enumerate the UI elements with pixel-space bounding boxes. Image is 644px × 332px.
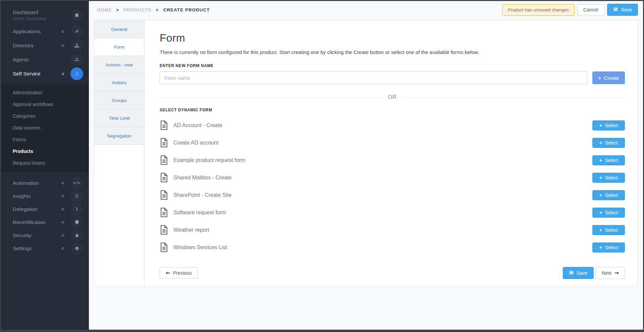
save-button-bottom[interactable]: Save — [563, 267, 594, 279]
sidebar-item-label: Agents — [13, 57, 70, 63]
page-description: There is currently no form configured fo… — [160, 49, 625, 55]
level-down-icon-button[interactable] — [70, 203, 83, 216]
lightbulb-icon — [74, 193, 79, 199]
form-list-item: Weather report +Select — [160, 223, 625, 237]
form-name: Shared Mailbox - Create — [173, 175, 231, 181]
plus-icon: + — [599, 227, 602, 232]
sidebar-item-security[interactable]: Security < — [1, 229, 89, 242]
sidebar-item-request-history[interactable]: Request history — [1, 157, 89, 169]
chevron-down-icon: ∨ — [61, 71, 64, 76]
select-button-label: Select — [605, 158, 618, 163]
sidebar-item-agents[interactable]: Agents — [1, 53, 89, 67]
sidebar-item-settings[interactable]: Settings < — [1, 242, 89, 255]
sitemap-icon — [74, 43, 79, 48]
gear-icon — [74, 246, 79, 251]
plus-icon: + — [599, 158, 602, 163]
sidebar-item-applications[interactable]: Applications < — [1, 24, 89, 39]
plus-icon: + — [599, 175, 602, 180]
previous-button[interactable]: ← Previous — [160, 267, 198, 279]
previous-button-label: Previous — [173, 270, 192, 276]
select-button[interactable]: +Select — [592, 208, 625, 218]
select-button[interactable]: +Select — [592, 225, 625, 235]
tab-actions[interactable]: Actions — [94, 74, 144, 92]
breadcrumb-separator-icon: > — [156, 7, 159, 12]
sidebar-item-label: Applications — [13, 29, 61, 35]
home-icon-button[interactable] — [70, 9, 83, 21]
hand-pointer-icon-button[interactable]: ☝ — [70, 67, 83, 80]
select-button[interactable]: +Select — [592, 120, 625, 130]
next-button[interactable]: Next → — [596, 267, 625, 279]
breadcrumb-separator-icon: > — [116, 7, 119, 12]
wizard-footer: ← Previous Save Next → — [160, 267, 625, 279]
plus-icon: + — [599, 245, 602, 250]
tab-groups[interactable]: Groups — [94, 92, 144, 109]
sidebar-item-dashboard[interactable]: Dashboard Admin Dashboard — [1, 6, 89, 24]
dynamic-form-list: AD Account - Create +Select Create AD ac… — [160, 115, 625, 255]
code-icon-button[interactable]: </> — [70, 177, 83, 189]
create-button[interactable]: + Create — [592, 71, 625, 84]
form-name: SharePoint - Create Site — [173, 192, 231, 198]
select-button[interactable]: +Select — [592, 155, 625, 165]
document-icon — [160, 225, 168, 235]
shield-icon — [74, 220, 79, 225]
lock-icon-button[interactable] — [70, 229, 83, 242]
form-list-item: Software request form +Select — [160, 205, 625, 220]
sidebar-item-recertification[interactable]: Recertification < — [1, 216, 89, 229]
sidebar-item-directory[interactable]: Directory < — [1, 39, 89, 53]
sidebar-item-approval-workflows[interactable]: Approval workflows — [1, 99, 89, 110]
sidebar-item-categories[interactable]: Categories — [1, 110, 89, 122]
sidebar-item-products[interactable]: Products — [1, 146, 89, 157]
breadcrumb: HOME > PRODUCTS > CREATE PRODUCT — [97, 7, 210, 12]
sidebar-item-self-service[interactable]: Self Service ∨ ☝ — [1, 67, 89, 81]
form-name: Windows Services List — [173, 244, 227, 251]
chevron-left-icon: < — [61, 43, 64, 48]
select-button[interactable]: +Select — [592, 173, 625, 183]
form-name: Create AD account — [173, 140, 218, 146]
sidebar-item-forms[interactable]: Forms — [1, 134, 89, 146]
arrow-right-icon: → — [614, 270, 619, 276]
sidebar-item-automation[interactable]: Automation < </> — [1, 176, 89, 189]
tab-general[interactable]: General — [94, 20, 144, 38]
cancel-button[interactable]: Cancel — [577, 4, 604, 15]
sidebar-item-data-sources[interactable]: Data sources — [1, 122, 89, 134]
tab-time-limit[interactable]: Time Limit — [94, 109, 144, 127]
sidebar-item-sublabel: Admin Dashboard — [13, 16, 70, 21]
unsaved-changes-badge: Product has unsaved changes — [502, 4, 575, 16]
rocket-icon-button[interactable] — [70, 25, 83, 38]
sidebar-item-insights[interactable]: Insights < — [1, 189, 89, 203]
rocket-icon — [74, 29, 79, 34]
topbar: HOME > PRODUCTS > CREATE PRODUCT Product… — [94, 1, 638, 18]
tab-form[interactable]: Form — [94, 38, 144, 56]
document-icon — [160, 173, 168, 182]
breadcrumb-home[interactable]: HOME — [97, 7, 112, 12]
document-icon — [160, 138, 168, 148]
form-name-input[interactable] — [160, 71, 587, 84]
select-button-label: Select — [605, 192, 618, 198]
chevron-left-icon: < — [61, 29, 64, 34]
cubes-icon — [74, 57, 79, 62]
lock-icon — [74, 233, 79, 238]
plus-icon: + — [599, 140, 602, 145]
document-icon — [160, 120, 168, 130]
document-icon — [160, 208, 168, 217]
save-button[interactable]: Save — [607, 4, 638, 16]
sitemap-icon-button[interactable] — [70, 39, 83, 52]
shield-icon-button[interactable] — [70, 216, 83, 229]
plus-icon: + — [599, 123, 602, 128]
select-button[interactable]: +Select — [592, 190, 625, 200]
arrow-left-icon: ← — [166, 270, 170, 276]
select-button[interactable]: +Select — [592, 138, 625, 148]
select-button-label: Select — [605, 227, 618, 233]
tab-segregation[interactable]: Segregation — [94, 127, 144, 145]
sidebar-item-delegation[interactable]: Delegation < — [1, 203, 89, 216]
breadcrumb-products[interactable]: PRODUCTS — [123, 7, 152, 12]
tab-actions-new[interactable]: Actions - new — [94, 56, 144, 74]
select-button[interactable]: +Select — [592, 242, 625, 253]
cubes-icon-button[interactable] — [70, 53, 83, 66]
sidebar-item-administration[interactable]: Administration — [1, 87, 89, 99]
document-icon — [160, 155, 168, 165]
form-list-item: Example product request form +Select — [160, 153, 625, 167]
form-list-item: Create AD account +Select — [160, 135, 625, 150]
gear-icon-button[interactable] — [70, 242, 83, 255]
lightbulb-icon-button[interactable] — [70, 190, 83, 203]
